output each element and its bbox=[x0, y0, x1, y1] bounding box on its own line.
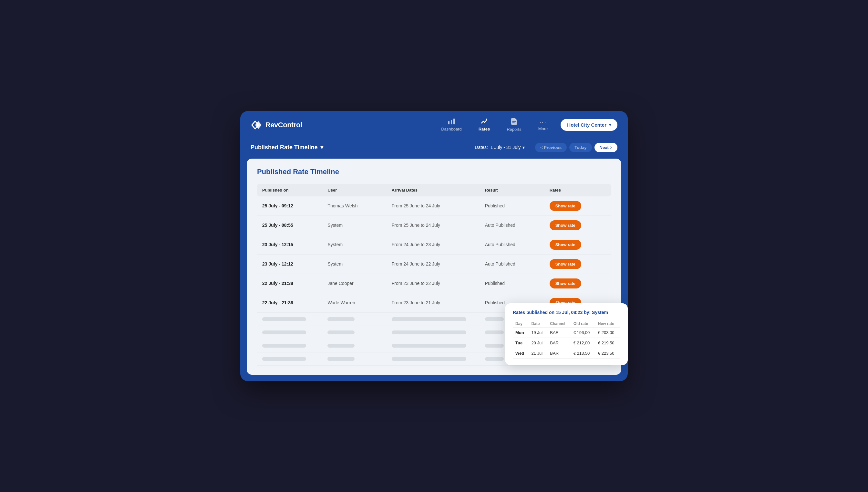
page-title-chevron-icon: ▾ bbox=[320, 144, 323, 151]
show-rate-button[interactable]: Show rate bbox=[550, 259, 581, 269]
table-row: 25 July - 09:12 Thomas Welsh From 25 Jun… bbox=[257, 196, 611, 216]
popup-cell-channel: BAR bbox=[547, 348, 570, 358]
cell-published-on: 25 July - 08:55 bbox=[257, 216, 322, 235]
nav-label-dashboard: Dashboard bbox=[441, 127, 462, 131]
content-title: Published Rate Timeline bbox=[257, 168, 611, 176]
skeleton-cell bbox=[257, 339, 322, 352]
more-icon: ··· bbox=[539, 119, 547, 125]
skeleton-cell bbox=[322, 352, 386, 365]
col-rates: Rates bbox=[544, 184, 611, 196]
next-button[interactable]: Next > bbox=[594, 143, 617, 152]
popup-cell-new-rate: € 223,50 bbox=[595, 348, 620, 358]
table-row: 23 July - 12:15 System From 24 June to 2… bbox=[257, 235, 611, 254]
main-content: Published Rate Timeline Published on Use… bbox=[247, 158, 621, 375]
cell-user: Wade Warren bbox=[322, 293, 386, 312]
show-rate-button[interactable]: Show rate bbox=[550, 201, 581, 211]
show-rate-button[interactable]: Show rate bbox=[550, 278, 581, 289]
popup-row: Tue 20 Jul BAR € 212,00 € 219,50 bbox=[513, 338, 620, 348]
today-button[interactable]: Today bbox=[569, 143, 592, 152]
skeleton-cell bbox=[257, 312, 322, 326]
rates-icon bbox=[481, 119, 487, 125]
hotel-selector-button[interactable]: Hotel City Center ▾ bbox=[561, 119, 617, 131]
app-container: RevControl Dashboard bbox=[240, 111, 628, 381]
show-rate-button[interactable]: Show rate bbox=[550, 240, 581, 250]
svg-rect-2 bbox=[448, 121, 450, 124]
cell-arrival-dates: From 24 June to 22 July bbox=[386, 254, 480, 274]
sub-header: Published Rate Timeline ▾ Dates: 1 July … bbox=[240, 139, 628, 158]
popup-cell-channel: BAR bbox=[547, 327, 570, 338]
nav-item-more[interactable]: ··· More bbox=[536, 117, 551, 132]
top-nav: RevControl Dashboard bbox=[240, 111, 628, 139]
table-header-row: Published on User Arrival Dates Result R… bbox=[257, 184, 611, 196]
nav-label-rates: Rates bbox=[479, 127, 490, 131]
cell-rates: Show rate bbox=[544, 216, 611, 235]
hotel-name: Hotel City Center bbox=[567, 122, 607, 128]
skeleton-cell bbox=[386, 339, 480, 352]
popup-col-date: Date bbox=[529, 320, 547, 327]
logo-area: RevControl bbox=[251, 119, 302, 131]
popup-cell-date: 21 Jul bbox=[529, 348, 547, 358]
skeleton-cell bbox=[322, 339, 386, 352]
skeleton-cell bbox=[386, 326, 480, 339]
popup-cell-new-rate: € 219,50 bbox=[595, 338, 620, 348]
date-range-button[interactable]: 1 July - 31 July ▾ bbox=[490, 145, 525, 150]
cell-rates: Show rate bbox=[544, 196, 611, 216]
page-title-text: Published Rate Timeline bbox=[251, 144, 318, 151]
cell-published-on: 23 July - 12:12 bbox=[257, 254, 322, 274]
show-rate-button[interactable]: Show rate bbox=[550, 220, 581, 230]
col-arrival-dates: Arrival Dates bbox=[386, 184, 480, 196]
skeleton-cell bbox=[322, 326, 386, 339]
cell-arrival-dates: From 25 June to 24 July bbox=[386, 196, 480, 216]
popup-cell-day: Tue bbox=[513, 338, 529, 348]
nav-item-rates[interactable]: Rates bbox=[476, 117, 492, 133]
popup-row: Mon 19 Jul BAR € 196,00 € 203,00 bbox=[513, 327, 620, 338]
cell-arrival-dates: From 24 June to 23 July bbox=[386, 235, 480, 254]
app-name: RevControl bbox=[265, 121, 302, 129]
popup-cell-old-rate: € 212,00 bbox=[571, 338, 595, 348]
cell-user: System bbox=[322, 254, 386, 274]
cell-published-on: 25 July - 09:12 bbox=[257, 196, 322, 216]
date-range-chevron-icon: ▾ bbox=[522, 145, 525, 150]
popup-table: Day Date Channel Old rate New rate Mon 1… bbox=[513, 320, 620, 359]
skeleton-cell bbox=[386, 352, 480, 365]
skeleton-cell bbox=[322, 312, 386, 326]
table-row: 25 July - 08:55 System From 25 June to 2… bbox=[257, 216, 611, 235]
popup-cell-old-rate: € 196,00 bbox=[571, 327, 595, 338]
cell-rates: Show rate bbox=[544, 254, 611, 274]
cell-arrival-dates: From 23 June to 22 July bbox=[386, 274, 480, 293]
reports-icon bbox=[511, 118, 517, 126]
cell-rates: Show rate bbox=[544, 235, 611, 254]
skeleton-cell bbox=[257, 352, 322, 365]
previous-button[interactable]: < Previous bbox=[535, 143, 567, 152]
table-row: 23 July - 12:12 System From 24 June to 2… bbox=[257, 254, 611, 274]
chevron-down-icon: ▾ bbox=[609, 123, 611, 127]
cell-result: Auto Published bbox=[480, 235, 544, 254]
col-user: User bbox=[322, 184, 386, 196]
page-title-button[interactable]: Published Rate Timeline ▾ bbox=[251, 144, 323, 151]
date-range-value: 1 July - 31 July bbox=[490, 145, 520, 150]
cell-arrival-dates: From 23 June to 21 July bbox=[386, 293, 480, 312]
nav-item-reports[interactable]: Reports bbox=[504, 117, 524, 133]
popup-row: Wed 21 Jul BAR € 213,50 € 223,50 bbox=[513, 348, 620, 358]
cell-result: Auto Published bbox=[480, 254, 544, 274]
navigation-buttons: < Previous Today Next > bbox=[535, 143, 617, 152]
popup-cell-channel: BAR bbox=[547, 338, 570, 348]
nav-item-dashboard[interactable]: Dashboard bbox=[438, 117, 464, 133]
popup-cell-day: Mon bbox=[513, 327, 529, 338]
dashboard-icon bbox=[448, 119, 455, 125]
cell-user: System bbox=[322, 235, 386, 254]
popup-header-row: Day Date Channel Old rate New rate bbox=[513, 320, 620, 327]
cell-user: System bbox=[322, 216, 386, 235]
col-published-on: Published on bbox=[257, 184, 322, 196]
table-row: 22 July - 21:38 Jane Cooper From 23 June… bbox=[257, 274, 611, 293]
rate-popup: Rates published on 15 Jul, 08:23 by: Sys… bbox=[505, 303, 628, 365]
popup-cell-day: Wed bbox=[513, 348, 529, 358]
popup-body: Mon 19 Jul BAR € 196,00 € 203,00 Tue 20 … bbox=[513, 327, 620, 358]
cell-arrival-dates: From 25 June to 24 July bbox=[386, 216, 480, 235]
popup-col-day: Day bbox=[513, 320, 529, 327]
cell-user: Jane Cooper bbox=[322, 274, 386, 293]
cell-result: Auto Published bbox=[480, 216, 544, 235]
popup-cell-date: 19 Jul bbox=[529, 327, 547, 338]
cell-result: Published bbox=[480, 274, 544, 293]
popup-title: Rates published on 15 Jul, 08:23 by: Sys… bbox=[513, 310, 620, 315]
